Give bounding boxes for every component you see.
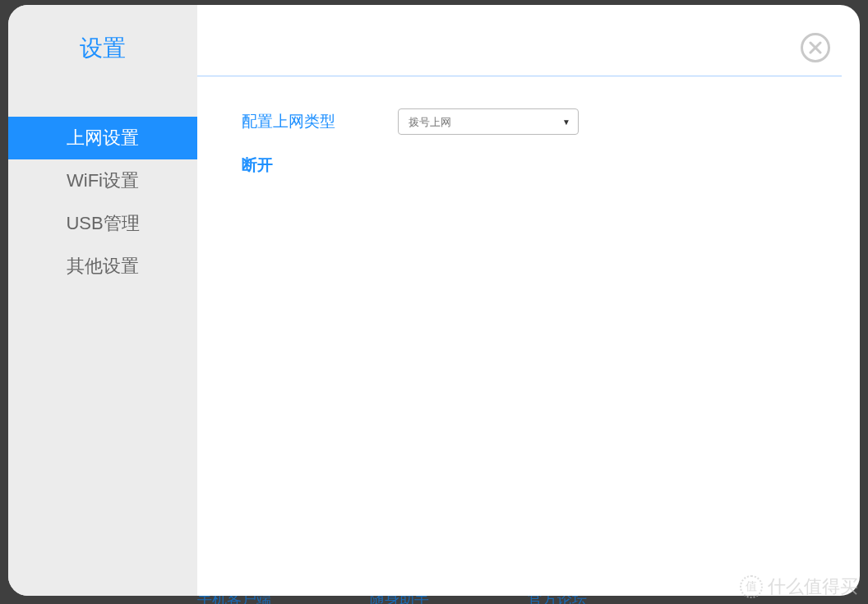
settings-modal: 设置 上网设置 WiFi设置 USB管理 其他设置 配 — [8, 5, 860, 596]
sidebar-item-list: 上网设置 WiFi设置 USB管理 其他设置 — [8, 117, 197, 288]
sidebar-item-label: 其他设置 — [67, 256, 139, 276]
disconnect-row: 断开 — [242, 154, 860, 176]
sidebar-title: 设置 — [8, 18, 197, 81]
sidebar-item-other[interactable]: 其他设置 — [8, 245, 197, 288]
sidebar-item-label: WiFi设置 — [67, 170, 139, 191]
close-icon — [809, 41, 822, 54]
sidebar-item-wifi[interactable]: WiFi设置 — [8, 159, 197, 202]
network-type-row: 配置上网类型 拨号上网 ▼ — [242, 108, 860, 135]
content-area: 配置上网类型 拨号上网 ▼ 断开 — [197, 5, 860, 596]
network-type-select-wrap[interactable]: 拨号上网 ▼ — [398, 108, 579, 135]
header-divider — [197, 76, 842, 76]
sidebar-item-label: USB管理 — [66, 213, 139, 233]
disconnect-link[interactable]: 断开 — [242, 154, 398, 176]
sidebar-item-usb[interactable]: USB管理 — [8, 202, 197, 245]
sidebar-item-label: 上网设置 — [67, 127, 139, 148]
sidebar-item-network[interactable]: 上网设置 — [8, 117, 197, 159]
network-type-label: 配置上网类型 — [242, 111, 398, 132]
form-area: 配置上网类型 拨号上网 ▼ 断开 — [197, 62, 860, 176]
close-button[interactable] — [801, 33, 830, 62]
network-type-select[interactable]: 拨号上网 — [398, 108, 579, 135]
sidebar: 设置 上网设置 WiFi设置 USB管理 其他设置 — [8, 5, 197, 596]
